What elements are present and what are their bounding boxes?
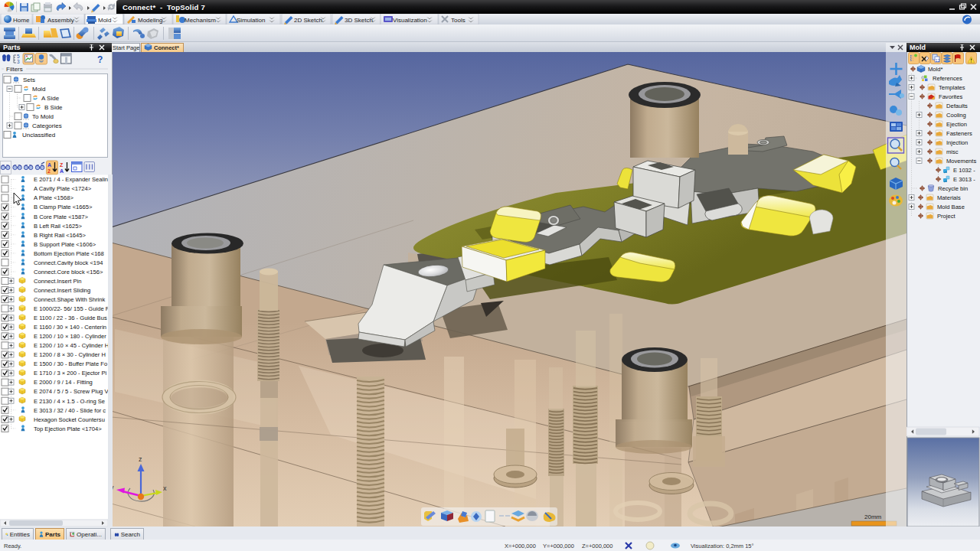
svg-text:Sets: Sets (23, 77, 35, 83)
svg-text:References: References (933, 75, 962, 82)
svg-text:x: x (163, 484, 167, 492)
svg-text:Z: Z (60, 162, 64, 168)
svg-text:Filters: Filters (6, 66, 23, 73)
svg-text:Bottom Ejection Plate <168: Bottom Ejection Plate <168 (34, 250, 104, 257)
svg-text:E 1032 -: E 1032 - (953, 167, 975, 174)
svg-text:E 3013 -: E 3013 - (953, 176, 975, 183)
svg-text:To Mold: To Mold (32, 113, 54, 120)
svg-text:Unclassified: Unclassified (22, 132, 55, 139)
svg-text:E 2130 / 4 × 1.5 - O-ring Se: E 2130 / 4 × 1.5 - O-ring Se (34, 398, 105, 405)
svg-text:3D Sketch: 3D Sketch (345, 17, 373, 24)
svg-text:Defaults: Defaults (946, 103, 968, 109)
svg-text:E 3013 / 32 / 40 - Slide for c: E 3013 / 32 / 40 - Slide for c (34, 407, 106, 414)
svg-text:E 2071 / 4 - Expander Sealin: E 2071 / 4 - Expander Sealin (34, 176, 108, 183)
svg-text:B Right Rail <1645>: B Right Rail <1645> (34, 232, 87, 239)
svg-text:Categories: Categories (32, 122, 62, 129)
svg-text:20mm: 20mm (864, 514, 882, 520)
svg-text:Project: Project (937, 213, 956, 220)
svg-text:B Clamp Plate <1665>: B Clamp Plate <1665> (34, 204, 93, 210)
svg-text:E 1200 / 8 × 30 - Cylinder H: E 1200 / 8 × 30 - Cylinder H (34, 351, 106, 358)
svg-text:2D Sketch: 2D Sketch (294, 17, 322, 24)
svg-text:misc: misc (946, 148, 959, 155)
svg-text:A Side: A Side (41, 95, 60, 102)
svg-text:Injection: Injection (946, 139, 968, 146)
svg-text:Mold: Mold (32, 86, 45, 93)
svg-text:B Support Plate <1606>: B Support Plate <1606> (34, 241, 96, 248)
svg-text:Recycle bin: Recycle bin (938, 185, 968, 192)
svg-text:Materials: Materials (937, 194, 961, 201)
svg-text:A Plate <1568>: A Plate <1568> (34, 194, 74, 201)
svg-text:A: A (60, 168, 64, 174)
svg-text:Mechanism: Mechanism (185, 17, 216, 24)
svg-text:Connect.Shape With Shrink: Connect.Shape With Shrink (34, 296, 105, 303)
svg-text:A Cavity Plate <1724>: A Cavity Plate <1724> (34, 185, 92, 192)
svg-text:Tools: Tools (451, 17, 466, 24)
svg-text:?: ? (97, 54, 103, 65)
svg-text:Fasteners: Fasteners (946, 130, 972, 137)
svg-text:Ejection: Ejection (946, 121, 967, 128)
svg-text:Connect.Core block <156>: Connect.Core block <156> (34, 269, 103, 276)
svg-text:2: 2 (47, 168, 51, 174)
svg-text:Connect.Insert Pin: Connect.Insert Pin (34, 278, 81, 285)
svg-text:Top Ejection Plate <1704>: Top Ejection Plate <1704> (34, 425, 102, 432)
svg-text:Simulation: Simulation (237, 17, 265, 24)
svg-text:Templates: Templates (939, 84, 965, 91)
svg-text:E 1000/22- 56/ 155 - Guide F: E 1000/22- 56/ 155 - Guide F (34, 305, 109, 312)
svg-text:Hexagon Socket Countersu: Hexagon Socket Countersu (34, 416, 105, 423)
svg-text:Movements: Movements (946, 158, 976, 165)
svg-text:E 2000 / 9 / 14 - Fitting: E 2000 / 9 / 14 - Fitting (34, 379, 93, 386)
svg-text:z: z (139, 455, 142, 463)
svg-text:3: 3 (17, 59, 20, 64)
svg-text:Assembly: Assembly (47, 17, 74, 24)
svg-text:Cooling: Cooling (946, 112, 966, 119)
svg-text:Connect.Insert Sliding: Connect.Insert Sliding (34, 287, 90, 294)
svg-text:A: A (47, 162, 51, 168)
svg-text:E 1200 / 10 × 45 - Cylinder H: E 1200 / 10 × 45 - Cylinder H (34, 342, 109, 349)
svg-text:E 1710 / 3 × 200 - Ejector Pi: E 1710 / 3 × 200 - Ejector Pi (34, 370, 107, 377)
svg-text:Mold: Mold (98, 17, 111, 24)
svg-text:Modeling: Modeling (138, 17, 162, 24)
svg-text:Connect.Cavity block <194: Connect.Cavity block <194 (34, 259, 103, 266)
svg-text:B Core Plate <1587>: B Core Plate <1587> (34, 214, 88, 220)
svg-text:Mold*: Mold* (928, 66, 942, 73)
svg-text:5: 5 (17, 54, 20, 59)
svg-text:E 2074 / 5 / 5 - Screw Plug V: E 2074 / 5 / 5 - Screw Plug V (34, 388, 109, 395)
svg-text:B Side: B Side (44, 104, 63, 111)
svg-text:E 1500 / 30 - Buffer Plate Fo: E 1500 / 30 - Buffer Plate Fo (34, 360, 107, 367)
svg-text:E 1200 / 10 × 180 - Cylinder: E 1200 / 10 × 180 - Cylinder (34, 333, 106, 340)
svg-text:E 1160 / 30 × 140 - Centerin: E 1160 / 30 × 140 - Centerin (34, 324, 106, 331)
svg-text:E 1100 / 22 - 36 - Guide Bus: E 1100 / 22 - 36 - Guide Bus (34, 315, 107, 321)
svg-text:Favorites: Favorites (939, 93, 962, 100)
svg-text:Mold Base: Mold Base (937, 204, 965, 210)
svg-text:Home: Home (13, 17, 30, 24)
svg-text:12: 12 (936, 58, 940, 63)
svg-text:B Left Rail <1625>: B Left Rail <1625> (34, 223, 82, 230)
svg-text:Visualization: Visualization (393, 17, 427, 24)
